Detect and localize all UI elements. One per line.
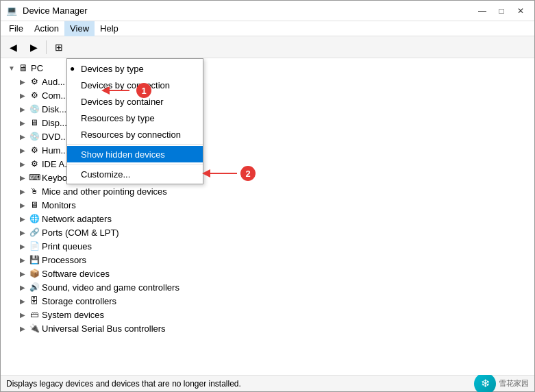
menu-help[interactable]: Help [95, 21, 124, 36]
app-icon: 💻 [6, 5, 17, 16]
menu-file[interactable]: File [3, 21, 29, 36]
device-manager-window: 💻 Device Manager — □ ✕ File Action View … [0, 0, 535, 392]
menu-resources-by-type[interactable]: Resources by type [67, 110, 203, 126]
menu-customize[interactable]: Customize... [67, 166, 203, 182]
watermark: ❄ 雪花家园 [474, 373, 529, 393]
watermark-icon: ❄ [474, 373, 496, 393]
dropdown-overlay[interactable]: ● Devices by type Devices by connection … [1, 58, 534, 375]
properties-button[interactable]: ⊞ [49, 38, 69, 56]
toolbar: ◀ ▶ ⊞ [1, 36, 534, 58]
menu-resources-by-connection[interactable]: Resources by connection [67, 126, 203, 143]
menu-view[interactable]: View [64, 21, 95, 36]
menu-bar: File Action View Help [1, 21, 534, 36]
watermark-text: 雪花家园 [499, 378, 529, 389]
title-controls: — □ ✕ [474, 4, 529, 18]
status-bar: Displays legacy devices and devices that… [1, 375, 534, 391]
dropdown-separator-2 [67, 164, 203, 164]
menu-devices-by-container[interactable]: Devices by container [67, 93, 203, 110]
menu-show-hidden-devices[interactable]: Show hidden devices [67, 146, 203, 162]
main-content: ▼ 🖥 PC ▶ Aud... ▶ Com... ▶ Disk... ▶ [1, 58, 534, 375]
check-icon: ● [70, 64, 75, 73]
view-dropdown-menu: ● Devices by type Devices by connection … [66, 58, 203, 184]
menu-devices-by-connection[interactable]: Devices by connection [67, 77, 203, 93]
title-bar: 💻 Device Manager — □ ✕ [1, 1, 534, 21]
minimize-button[interactable]: — [474, 4, 490, 18]
menu-devices-by-type[interactable]: ● Devices by type [67, 60, 203, 77]
title-bar-left: 💻 Device Manager [6, 5, 88, 16]
toolbar-separator [46, 40, 47, 54]
forward-button[interactable]: ▶ [24, 38, 43, 56]
close-button[interactable]: ✕ [512, 4, 529, 18]
menu-action[interactable]: Action [29, 21, 64, 36]
status-text: Displays legacy devices and devices that… [6, 379, 241, 389]
window-title: Device Manager [23, 5, 88, 16]
maximize-button[interactable]: □ [493, 4, 510, 18]
dropdown-separator-1 [67, 144, 203, 145]
back-button[interactable]: ◀ [3, 38, 23, 56]
